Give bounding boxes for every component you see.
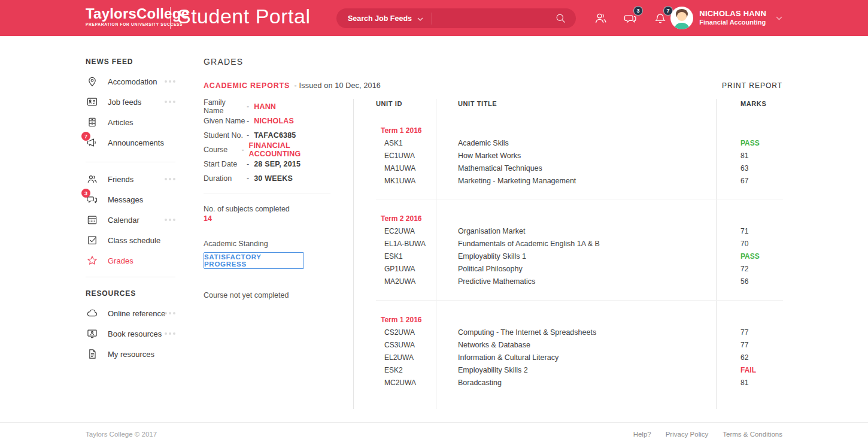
unit-mark: 72 — [740, 265, 783, 273]
messages-icon[interactable]: 3 — [623, 11, 637, 25]
unit-title: Predictive Mathematics — [458, 277, 740, 286]
privacy-policy-link[interactable]: Privacy Policy — [666, 431, 709, 438]
page-title: GRADES — [204, 57, 243, 66]
academic-standing-label: Academic Standing — [204, 240, 268, 248]
search-bar: Search Job Feeds — [336, 8, 576, 28]
sidebar-item-accomodation[interactable]: Accomodation — [86, 71, 175, 92]
sidebar-item-my-resources[interactable]: My resources — [86, 344, 175, 364]
sidebar-item-label: Accomodation — [108, 77, 157, 86]
unit-mark: 56 — [740, 277, 783, 286]
term-group: Term 2 2016 EC2UWA Organisation Market 7… — [376, 212, 783, 287]
sidebar-item-messages[interactable]: 3 Messages — [86, 189, 175, 210]
logo-subtitle: PREPARATION FOR UNIVERSITY SUCCESS — [86, 22, 189, 26]
sidebar-item-grades[interactable]: Grades — [86, 250, 175, 271]
search-filter-label: Search Job Feeds — [348, 14, 412, 23]
college-logo[interactable]: TaylorsCollege PREPARATION FOR UNIVERSIT… — [86, 6, 189, 26]
table-row: CS2UWA Computing - The Internet & Spread… — [376, 326, 783, 338]
sidebar-item-label: Class schedule — [108, 236, 160, 245]
unit-title: How Market Works — [458, 152, 740, 160]
field-label: Start Date — [204, 160, 245, 168]
unit-title: Information & Cultural Literacy — [458, 353, 740, 362]
term-label: Term 1 2016 — [376, 313, 783, 326]
student-row-course: Course - FINANCIAL ACCOUNTING — [204, 143, 332, 157]
chat-bubbles-icon: 3 — [86, 193, 99, 206]
sidebar-item-announcements[interactable]: 7 Announcements — [86, 132, 175, 153]
print-report-button[interactable]: PRINT REPORT — [722, 81, 782, 90]
unit-id: EC2UWA — [376, 227, 458, 235]
sidebar-item-calendar[interactable]: Calendar — [86, 210, 175, 230]
academic-standing-badge: SATISFACTORY PROGRESS — [204, 252, 304, 269]
sidebar-item-book-resources[interactable]: Book resources — [86, 323, 175, 344]
unit-mark: PASS — [740, 252, 783, 261]
field-value: TAFAC6385 — [254, 131, 296, 140]
megaphone-icon: 7 — [86, 136, 99, 149]
help-link[interactable]: Help? — [633, 431, 651, 438]
field-value: HANN — [254, 102, 276, 111]
user-course: Financial Accounting — [699, 18, 766, 27]
table-row: EL2UWA Information & Cultural Literacy 6… — [376, 351, 783, 364]
column-header-unit-title: UNIT TITLE — [458, 100, 497, 107]
sidebar-item-online-reference[interactable]: Online reference — [86, 303, 175, 323]
sidebar-item-friends[interactable]: Friends — [86, 169, 175, 189]
field-value: 28 SEP, 2015 — [254, 160, 301, 168]
star-icon — [86, 254, 99, 267]
unit-id: CS3UWA — [376, 341, 458, 349]
student-row-given-name: Given Name - NICHOLAS — [204, 114, 332, 128]
more-dots-icon — [165, 219, 175, 221]
unit-mark: FAIL — [740, 366, 783, 374]
calendar-icon — [86, 213, 99, 226]
dash: - — [247, 160, 249, 168]
unit-mark: 77 — [740, 341, 783, 349]
report-title: ACADEMIC REPORTS — [204, 81, 290, 90]
friends-icon[interactable] — [594, 11, 608, 25]
field-value: FINANCIAL ACCOUNTING — [249, 141, 332, 158]
dash: - — [247, 131, 249, 140]
student-row-student-no: Student No. - TAFAC6385 — [204, 128, 332, 143]
student-row-family-name: Family Name - HANN — [204, 99, 332, 114]
unit-title: Marketing - Marketing Management — [458, 177, 740, 185]
sidebar-item-articles[interactable]: Articles — [86, 112, 175, 132]
app-header: TaylorsCollege PREPARATION FOR UNIVERSIT… — [0, 0, 868, 36]
search-icon[interactable] — [555, 13, 576, 24]
term-label: Term 1 2016 — [376, 124, 783, 137]
unit-mark: 71 — [740, 227, 783, 235]
field-label: Student No. — [204, 131, 245, 140]
field-label: Given Name — [204, 117, 245, 125]
report-issued-date: - Issued on 10 Dec, 2016 — [295, 81, 381, 90]
unit-id: ESK1 — [376, 252, 458, 261]
sidebar-item-label: My resources — [108, 350, 154, 359]
unit-title: Mathematical Techniques — [458, 164, 740, 172]
unit-title: Networks & Database — [458, 341, 740, 349]
table-row: EC1UWA How Market Works 81 — [376, 149, 783, 162]
sidebar-item-label: Friends — [108, 175, 133, 184]
social-group: Friends 3 Messages Calendar Class schedu… — [86, 169, 175, 271]
sidebar-item-label: Online reference — [108, 309, 165, 318]
unit-mark: 62 — [740, 353, 783, 362]
avatar — [670, 7, 693, 29]
table-row: CS3UWA Networks & Database 77 — [376, 338, 783, 351]
field-label: Duration — [204, 174, 245, 183]
unit-id: ASK1 — [376, 139, 458, 147]
footer-links: Help? Privacy Policy Terms & Conditions — [633, 431, 782, 438]
unit-id: GP1UWA — [376, 265, 458, 273]
location-pin-icon — [86, 75, 99, 88]
user-menu[interactable]: NICHOLAS HANN Financial Accounting — [670, 0, 782, 36]
unit-id: MC2UWA — [376, 379, 458, 387]
more-dots-icon — [165, 312, 175, 314]
messages-badge: 3 — [633, 6, 643, 16]
notifications-bell-icon[interactable]: 7 — [654, 11, 667, 25]
search-input[interactable] — [432, 14, 555, 23]
unit-title: Academic Skils — [458, 139, 740, 147]
sidebar-item-label: Grades — [108, 256, 133, 265]
logo-title: TaylorsCollege — [86, 6, 189, 22]
search-filter-dropdown[interactable]: Search Job Feeds — [336, 13, 423, 24]
sidebar-item-class-schedule[interactable]: Class schedule — [86, 230, 175, 250]
terms-conditions-link[interactable]: Terms & Conditions — [723, 431, 782, 438]
portal-title: Student Portal — [177, 5, 310, 28]
student-row-duration: Duration - 30 WEEKS — [204, 171, 332, 186]
unit-title: Organisation Market — [458, 227, 740, 235]
resources-group: Online reference Book resources My resou… — [86, 303, 175, 364]
sidebar-item-job-feeds[interactable]: Job feeds — [86, 92, 175, 112]
student-details-panel: Family Name - HANN Given Name - NICHOLAS… — [204, 99, 332, 186]
dash: - — [241, 146, 244, 154]
